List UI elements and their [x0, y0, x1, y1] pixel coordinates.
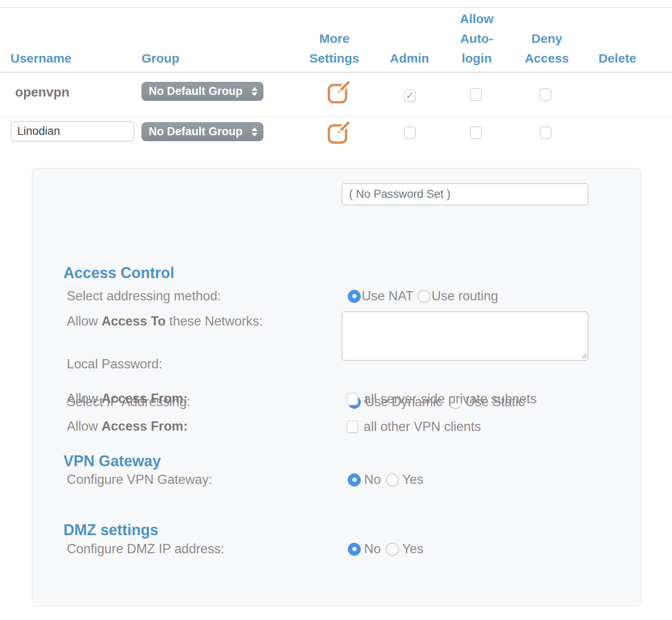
dmz-no-label[interactable]: No: [364, 541, 381, 557]
column-header-deny-access: Deny Access: [525, 29, 569, 68]
dmz-no-radio[interactable]: [348, 543, 361, 556]
allow-autologin-checkbox[interactable]: [470, 126, 482, 139]
user-table-header: Username Group More Settings Admin Allow…: [0, 8, 672, 72]
configure-vpn-gateway-label: Configure VPN Gateway:: [67, 472, 212, 487]
select-updown-arrows-icon: [252, 127, 257, 137]
group-select-value: No Default Group: [149, 85, 243, 98]
gateway-no-radio[interactable]: [348, 473, 361, 486]
column-header-delete: Delete: [598, 48, 636, 68]
vpn-gateway-heading: VPN Gateway: [63, 452, 161, 470]
access-from-subnets-row: all server-side private subnets: [346, 391, 537, 407]
gateway-yes-label[interactable]: Yes: [402, 472, 424, 487]
new-username-input[interactable]: [10, 121, 134, 142]
dmz-yes-label[interactable]: Yes: [402, 541, 424, 557]
access-from-clients-row: all other VPN clients: [346, 419, 481, 434]
admin-checkbox[interactable]: [404, 89, 416, 102]
local-password-label: Local Password:: [67, 357, 162, 372]
user-settings-panel: Local Password: Select IP Addressing: Us…: [32, 168, 641, 606]
access-to-networks-label: Allow Access To these Networks:: [67, 314, 262, 329]
access-control-heading: Access Control: [63, 264, 174, 282]
group-select[interactable]: No Default Group: [142, 82, 263, 101]
deny-access-checkbox[interactable]: [540, 88, 551, 101]
table-row-username-openvpn: openvpn: [15, 85, 69, 100]
admin-checkbox[interactable]: [404, 126, 416, 139]
other-vpn-clients-label[interactable]: all other VPN clients: [364, 419, 481, 434]
access-to-networks-textarea[interactable]: [341, 311, 588, 361]
addressing-method-label: Select addressing method:: [67, 289, 221, 304]
addressing-method-radio-group: Use NAT Use routing: [348, 289, 498, 304]
column-header-group: Group: [142, 48, 179, 68]
access-from-label: Allow Access From:: [67, 391, 188, 406]
use-routing-radio[interactable]: [417, 290, 430, 303]
column-header-more-settings: More Settings: [310, 29, 359, 68]
more-settings-button[interactable]: [326, 121, 351, 146]
dmz-settings-heading: DMZ settings: [63, 521, 158, 539]
group-select-value: No Default Group: [149, 125, 243, 138]
access-from-label: Allow Access From:: [67, 419, 188, 434]
select-updown-arrows-icon: [252, 87, 257, 96]
gateway-no-label[interactable]: No: [364, 472, 381, 487]
local-password-input[interactable]: [341, 183, 588, 205]
vpn-gateway-radio-group: No Yes: [348, 472, 423, 487]
group-select[interactable]: No Default Group: [142, 122, 263, 141]
use-routing-label[interactable]: Use routing: [431, 289, 498, 304]
table-header-separator: [0, 72, 672, 73]
use-nat-radio[interactable]: [348, 290, 361, 303]
edit-pencil-icon: [326, 121, 351, 146]
edit-pencil-icon: [326, 80, 351, 105]
use-nat-label[interactable]: Use NAT: [362, 289, 413, 304]
more-settings-button[interactable]: [326, 80, 351, 105]
deny-access-checkbox[interactable]: [540, 126, 551, 139]
server-side-subnets-checkbox[interactable]: [346, 393, 358, 405]
other-vpn-clients-checkbox[interactable]: [346, 420, 358, 433]
column-header-allow-autologin: Allow Auto- login: [460, 9, 494, 68]
configure-dmz-label: Configure DMZ IP address:: [67, 541, 224, 557]
server-side-subnets-label[interactable]: all server-side private subnets: [364, 391, 537, 407]
allow-autologin-checkbox[interactable]: [470, 88, 482, 101]
gateway-yes-radio[interactable]: [386, 473, 399, 486]
column-header-admin: Admin: [390, 48, 429, 68]
dmz-yes-radio[interactable]: [386, 543, 399, 556]
column-header-username: Username: [10, 48, 71, 68]
table-row-separator: [0, 116, 672, 117]
dmz-radio-group: No Yes: [348, 541, 423, 557]
